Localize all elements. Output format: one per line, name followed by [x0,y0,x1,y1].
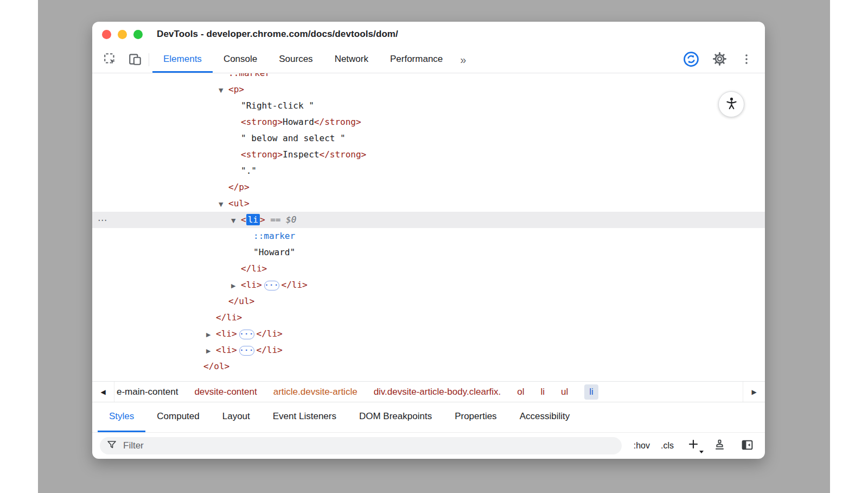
dom-tree-row[interactable]: ▼<ul> [92,195,765,212]
breadcrumb-item-2[interactable]: devsite-content [194,387,257,397]
collapse-arrow-icon[interactable]: ▼ [219,197,228,213]
sync-icon [683,51,699,69]
breadcrumb-item-6[interactable]: li [541,387,545,397]
expand-arrow-icon[interactable]: ▶ [206,343,216,359]
dom-tree-row[interactable]: </p> [92,179,765,195]
inspect-element-button[interactable] [102,51,118,69]
styles-tab-properties[interactable]: Properties [443,402,508,432]
dom-tree-row[interactable]: ::marker [92,73,765,81]
dom-tree-row[interactable]: </li> [92,261,765,277]
dom-tree[interactable]: ::marker▼<p>"Right-click "<strong>Howard… [92,73,765,381]
dom-tree-row[interactable]: </li> [92,309,765,326]
toggle-sidebar-button[interactable] [739,437,755,454]
tag-token: </ul> [228,296,254,306]
tab-performance[interactable]: Performance [379,47,454,73]
kebab-menu-button[interactable] [739,52,754,68]
tab-network[interactable]: Network [324,47,379,73]
breadcrumb-scroll-right-button[interactable]: ▶ [743,382,765,402]
text-token: "." [241,166,257,176]
stamp-button[interactable] [712,437,727,454]
styles-tab-dom-breakpoints[interactable]: DOM Breakpoints [348,402,443,432]
accessibility-person-icon [724,96,739,113]
collapse-arrow-icon[interactable]: ▼ [219,83,228,99]
dom-tree-row[interactable]: " below and select " [92,130,765,147]
sync-button[interactable] [682,50,700,70]
selected-dom-node-row[interactable]: ⋯▼<li> == $0 [92,212,765,228]
tag-token: <li> [216,328,237,339]
more-panels-button[interactable]: » [454,54,473,66]
styles-tab-styles[interactable]: Styles [98,402,145,432]
element-classes-toggle[interactable]: .cls [661,441,674,451]
tag-token: </li> [257,328,283,339]
inspect-cursor-icon [103,52,117,68]
filter-input[interactable] [122,440,615,452]
tag-token: <strong> [241,117,283,127]
tag-token: </li> [216,312,242,323]
settings-button[interactable] [711,50,728,69]
dom-tree-row[interactable]: ::marker [92,228,765,244]
dom-tree-row[interactable]: "Right-click " [92,98,765,114]
titlebar: DevTools - developer.chrome.com/docs/dev… [92,22,765,47]
dom-tree-row[interactable]: <strong>Howard</strong> [92,114,765,130]
breadcrumb-scroll-left-button[interactable]: ◀ [92,382,114,402]
tab-console[interactable]: Console [213,47,268,73]
device-toolbar-button[interactable] [127,51,143,69]
dom-tree-row[interactable]: ▶<li>···</li> [92,326,765,342]
styles-filter-bar: :hov .cls [92,433,765,459]
collapse-arrow-icon[interactable]: ▼ [231,213,241,229]
tag-token: </ol> [203,361,229,371]
tab-elements[interactable]: Elements [152,47,213,73]
styles-tab-computed[interactable]: Computed [145,402,210,432]
styles-tab-accessibility[interactable]: Accessibility [508,402,582,432]
tag-token: </li> [257,345,283,355]
dom-tree-row[interactable]: <strong>Inspect</strong> [92,147,765,163]
dom-tree-row[interactable]: </ul> [92,293,765,309]
dom-tree-row[interactable]: ▶<li>···</li> [92,342,765,358]
tag-token: > [260,214,265,225]
minimize-button[interactable] [118,30,127,39]
dom-tree-row[interactable]: ▼<p> [92,81,765,98]
expand-arrow-icon[interactable]: ▶ [206,327,216,343]
kebab-menu-icon [740,53,753,67]
inline-expand-button[interactable]: ··· [239,330,254,339]
inline-expand-button[interactable]: ··· [264,281,279,290]
breadcrumb-item-3[interactable]: article.devsite-article [273,387,358,397]
inline-expand-button[interactable]: ··· [239,346,254,356]
breadcrumb-bar: ◀ e-main-contentdevsite-contentarticle.d… [92,381,765,402]
breadcrumb-item-7[interactable]: ul [561,387,568,397]
dock-panel-icon [741,438,754,453]
expand-arrow-icon[interactable]: ▶ [231,278,241,294]
tag-token: <p> [228,84,244,94]
funnel-icon [106,439,117,452]
text-token: Howard [283,117,314,127]
dom-tree-row[interactable]: "." [92,163,765,179]
new-style-rule-button[interactable] [687,438,700,453]
breadcrumb-item-5[interactable]: ol [517,387,524,397]
devtools-toolbar: ElementsConsoleSourcesNetworkPerformance… [92,47,765,73]
breadcrumb-item-1[interactable]: e-main-content [117,387,178,397]
close-button[interactable] [102,30,111,39]
caret-down-icon [699,451,704,453]
styles-tab-layout[interactable]: Layout [211,402,261,432]
row-overflow-menu-icon[interactable]: ⋯ [98,212,107,228]
styles-pane-tabs: StylesComputedLayoutEvent ListenersDOM B… [92,402,765,433]
panel-tabs: ElementsConsoleSourcesNetworkPerformance [152,47,454,73]
zoom-button[interactable] [133,30,143,39]
hover-state-toggle[interactable]: :hov [634,441,650,451]
tag-token: <li> [216,345,237,355]
tag-token: </li> [282,280,308,290]
dom-tree-row[interactable]: "Howard" [92,244,765,261]
breadcrumb-item-4[interactable]: div.devsite-article-body.clearfix. [374,387,501,397]
console-reference-token: $0 [286,214,296,225]
window-title: DevTools - developer.chrome.com/docs/dev… [157,29,398,40]
breadcrumb-item-8[interactable]: li [584,384,598,400]
text-token: == [265,214,286,225]
tab-sources[interactable]: Sources [268,47,323,73]
filter-field[interactable] [100,437,622,454]
styles-tab-event-listeners[interactable]: Event Listeners [261,402,348,432]
tag-token: <strong> [241,149,283,160]
accessibility-button[interactable] [718,91,744,117]
dom-tree-row[interactable]: ▶<li>···</li> [92,277,765,293]
selected-tag-name: li [246,214,260,225]
dom-tree-row[interactable]: </ol> [92,358,765,375]
